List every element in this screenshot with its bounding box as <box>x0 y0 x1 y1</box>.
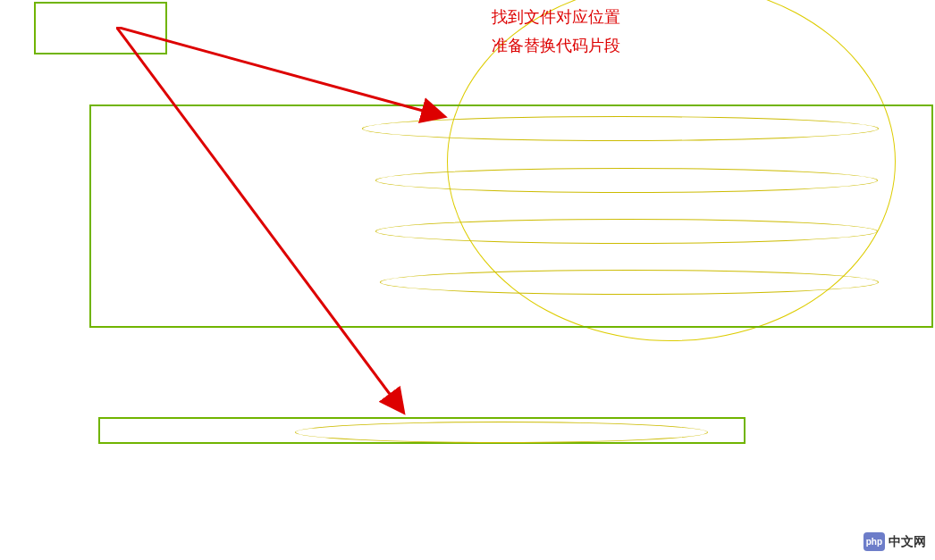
green-box-docblock <box>34 2 167 54</box>
red-arrow-1 <box>116 27 456 143</box>
svg-line-1 <box>116 27 402 411</box>
red-arrow-2 <box>116 27 420 429</box>
green-box-add-success <box>98 417 745 444</box>
green-box-ifblock <box>89 104 933 328</box>
annotation-replace-snippet: 准备替换代码片段 <box>492 38 620 54</box>
yellow-ellipse-3 <box>375 219 878 244</box>
annotation-find-location: 找到文件对应位置 <box>492 9 620 26</box>
yellow-ellipse-4 <box>380 270 879 295</box>
svg-line-0 <box>116 27 442 116</box>
yellow-ellipse-2 <box>375 168 878 193</box>
yellow-ellipse-5 <box>295 422 708 443</box>
yellow-ellipse-1 <box>362 116 879 141</box>
php-cn-logo: php中文网 <box>863 532 926 551</box>
